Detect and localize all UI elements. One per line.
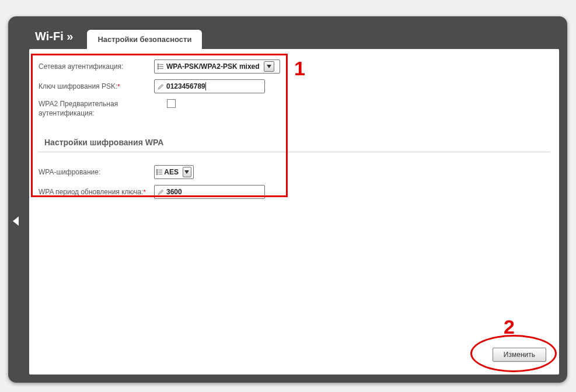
content-area: Сетевая аутентификация: WPA-PSK/WPA2-PSK…	[29, 49, 559, 374]
chevron-down-icon[interactable]	[264, 61, 274, 72]
svg-point-10	[156, 172, 158, 173]
input-value: 3600	[166, 188, 264, 196]
label-wpa-encryption: WPA-шифрование:	[39, 168, 154, 176]
svg-marker-7	[267, 65, 271, 68]
svg-point-1	[158, 64, 159, 65]
checkbox-wpa2-preauth[interactable]	[167, 99, 176, 108]
select-value: WPA-PSK/WPA2-PSK mixed	[166, 62, 262, 71]
svg-marker-0	[13, 216, 19, 226]
breadcrumb[interactable]: Wi-Fi »	[29, 30, 83, 49]
label-psk-key: Ключ шифрования PSK:*	[39, 82, 154, 90]
apply-button[interactable]: Изменить	[493, 348, 546, 362]
tab-label: Настройки безопасности	[87, 35, 202, 44]
label-wpa2-preauth: WPA2 Предварительная аутентификация:	[39, 99, 154, 118]
select-value: AES	[164, 168, 181, 176]
list-icon	[155, 63, 166, 70]
svg-point-12	[156, 174, 158, 175]
input-psk-key[interactable]: 0123456789	[154, 79, 265, 93]
label-wpa-rekey-period: WPA период обновления ключа:*	[39, 188, 154, 196]
annotation-number-1: 1	[294, 57, 305, 80]
annotation-number-2: 2	[504, 316, 515, 338]
input-value: 0123456789	[166, 82, 264, 91]
divider	[39, 152, 550, 152]
select-network-auth[interactable]: WPA-PSK/WPA2-PSK mixed	[154, 60, 280, 74]
pencil-icon	[155, 83, 166, 90]
sidebar-collapse-arrow[interactable]	[11, 212, 22, 230]
section-title-wpa-encryption: Настройки шифрования WPA	[39, 124, 550, 152]
svg-point-5	[158, 68, 159, 69]
input-wpa-rekey-period[interactable]: 3600	[154, 185, 265, 199]
svg-point-3	[158, 66, 159, 67]
chevron-down-icon[interactable]	[183, 167, 191, 177]
button-label: Изменить	[504, 351, 535, 359]
list-icon	[155, 169, 164, 176]
tab-security-settings[interactable]: Настройки безопасности	[87, 30, 202, 49]
label-network-auth: Сетевая аутентификация:	[39, 62, 154, 71]
svg-marker-14	[184, 170, 189, 174]
select-wpa-encryption[interactable]: AES	[154, 165, 194, 179]
header: Wi-Fi » Настройки безопасности	[29, 22, 559, 49]
router-panel: Wi-Fi » Настройки безопасности Сетевая а…	[8, 16, 567, 383]
pencil-icon	[155, 189, 166, 195]
svg-point-8	[156, 170, 158, 171]
